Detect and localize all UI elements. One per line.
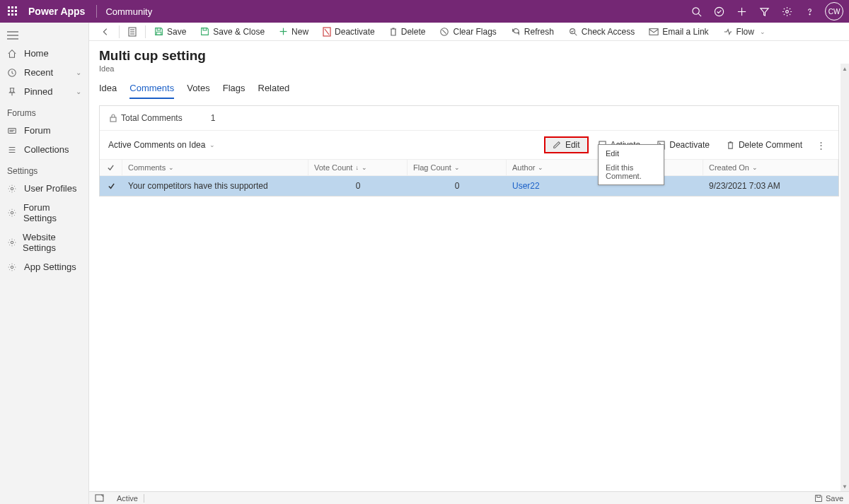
nav-app-settings[interactable]: App Settings xyxy=(0,257,88,276)
tab-votes[interactable]: Votes xyxy=(187,83,210,99)
svg-rect-1 xyxy=(11,6,13,8)
status-label: Active xyxy=(117,494,138,503)
chevron-down-icon: ⌄ xyxy=(362,164,367,171)
nav-label: Recent xyxy=(24,67,53,78)
left-sidebar: Home Recent ⌄ Pinned ⌄ Forums Forum Coll… xyxy=(0,23,89,504)
tab-comments[interactable]: Comments xyxy=(129,83,174,99)
deactivate-button[interactable]: Deactivate xyxy=(316,23,382,41)
deactivate-icon xyxy=(323,27,331,37)
nav-pinned[interactable]: Pinned ⌄ xyxy=(0,82,88,101)
nav-website-settings[interactable]: Website Settings xyxy=(0,228,88,257)
user-avatar[interactable]: CW xyxy=(825,2,843,20)
delete-comment-button[interactable]: Delete Comment xyxy=(720,137,809,153)
col-vote-count[interactable]: Vote Count↓⌄ xyxy=(308,160,408,175)
cell-comment: Your competitors have this supported xyxy=(122,176,308,196)
nav-label: Collections xyxy=(24,144,69,155)
pin-icon xyxy=(7,87,18,97)
svg-line-10 xyxy=(698,13,701,16)
refresh-button[interactable]: Refresh xyxy=(504,23,561,41)
home-icon xyxy=(7,49,18,59)
select-all-checkbox[interactable] xyxy=(100,160,122,175)
cell-created-on: 9/23/2021 7:03 AM xyxy=(703,176,838,196)
nav-home[interactable]: Home xyxy=(0,44,88,63)
col-flag-count[interactable]: Flag Count⌄ xyxy=(408,160,507,175)
scroll-down-icon[interactable]: ▼ xyxy=(841,481,849,491)
nav-label: Pinned xyxy=(24,86,52,97)
trash-icon xyxy=(389,27,398,37)
svg-point-14 xyxy=(785,10,788,13)
nav-recent[interactable]: Recent ⌄ xyxy=(0,63,88,82)
chevron-down-icon: ⌄ xyxy=(76,69,81,76)
command-bar: Save Save & Close New Deactivate Delete … xyxy=(89,23,849,41)
comments-panel: Total Comments 1 Active Comments on Idea… xyxy=(99,105,839,197)
nav-label: App Settings xyxy=(24,262,76,272)
search-icon[interactable] xyxy=(685,0,708,23)
col-created-on[interactable]: Created On⌄ xyxy=(703,160,838,175)
more-commands-button[interactable]: ⋮ xyxy=(812,137,830,153)
nav-label: User Profiles xyxy=(24,183,76,194)
email-icon xyxy=(649,28,659,36)
vertical-scrollbar[interactable]: ▲ ▼ xyxy=(841,64,849,491)
back-button[interactable] xyxy=(93,23,117,41)
scroll-up-icon[interactable]: ▲ xyxy=(841,64,849,74)
email-link-button[interactable]: Email a Link xyxy=(642,23,715,41)
tab-flags[interactable]: Flags xyxy=(223,83,246,99)
gear-icon xyxy=(7,184,18,194)
clear-flags-button[interactable]: Clear Flags xyxy=(432,23,503,41)
nav-label: Website Settings xyxy=(23,232,81,253)
row-checkbox[interactable] xyxy=(100,176,122,196)
save-close-button[interactable]: Save & Close xyxy=(193,23,272,41)
section-forums: Forums xyxy=(0,101,88,121)
page-header: Multi cup setting Idea xyxy=(89,41,849,73)
clock-icon xyxy=(7,68,18,78)
page-title: Multi cup setting xyxy=(99,48,839,64)
svg-point-15 xyxy=(809,13,809,14)
panel-summary: Total Comments 1 xyxy=(100,106,838,131)
svg-rect-46 xyxy=(110,117,116,122)
nav-user-profiles[interactable]: User Profiles xyxy=(0,179,88,198)
nav-collections[interactable]: Collections xyxy=(0,140,88,159)
delete-button[interactable]: Delete xyxy=(382,23,433,41)
svg-rect-8 xyxy=(15,13,17,16)
svg-rect-36 xyxy=(203,28,207,30)
new-button[interactable]: New xyxy=(272,23,316,41)
form-selector-icon[interactable] xyxy=(121,23,144,41)
subgrid-view-selector[interactable]: Active Comments on Idea ⌄ xyxy=(108,140,215,150)
task-icon[interactable] xyxy=(708,0,730,23)
table-header-row: Comments⌄ Vote Count↓⌄ Flag Count⌄ Autho… xyxy=(100,159,838,176)
environment-label[interactable]: Community xyxy=(105,6,152,17)
content-area: Save Save & Close New Deactivate Delete … xyxy=(89,23,849,504)
svg-rect-6 xyxy=(8,13,10,16)
edit-button[interactable]: Edit xyxy=(544,136,589,153)
save-close-icon xyxy=(200,27,209,36)
nav-label: Forum xyxy=(24,125,51,136)
nav-forum-settings[interactable]: Forum Settings xyxy=(0,198,88,228)
app-launcher-icon[interactable] xyxy=(6,4,20,18)
readonly-toggle-icon[interactable] xyxy=(95,494,104,502)
hamburger-icon[interactable] xyxy=(0,27,88,44)
footer-save-button[interactable]: Save xyxy=(814,494,843,503)
svg-point-29 xyxy=(11,266,13,269)
arrow-down-icon: ↓ xyxy=(355,164,359,171)
chevron-down-icon: ⌄ xyxy=(454,164,460,171)
plus-icon xyxy=(279,27,288,36)
edit-tooltip: Edit Edit this Comment. xyxy=(598,144,664,185)
save-icon xyxy=(154,27,163,36)
tab-related[interactable]: Related xyxy=(258,83,290,99)
add-icon[interactable] xyxy=(730,0,753,23)
nav-label: Home xyxy=(24,48,49,59)
comments-table: Comments⌄ Vote Count↓⌄ Flag Count⌄ Autho… xyxy=(100,159,838,196)
svg-rect-34 xyxy=(157,28,161,30)
filter-icon[interactable] xyxy=(753,0,775,23)
tooltip-desc: Edit this Comment. xyxy=(606,163,657,180)
flow-button[interactable]: Flow⌄ xyxy=(716,23,773,41)
tab-idea[interactable]: Idea xyxy=(99,83,117,99)
check-access-button[interactable]: Check Access xyxy=(561,23,642,41)
table-row[interactable]: Your competitors have this supported 0 0… xyxy=(100,176,838,196)
chevron-down-icon: ⌄ xyxy=(752,164,758,171)
save-button[interactable]: Save xyxy=(147,23,193,41)
nav-forum[interactable]: Forum xyxy=(0,121,88,140)
settings-icon[interactable] xyxy=(775,0,798,23)
col-comments[interactable]: Comments⌄ xyxy=(122,160,308,175)
help-icon[interactable] xyxy=(798,0,821,23)
